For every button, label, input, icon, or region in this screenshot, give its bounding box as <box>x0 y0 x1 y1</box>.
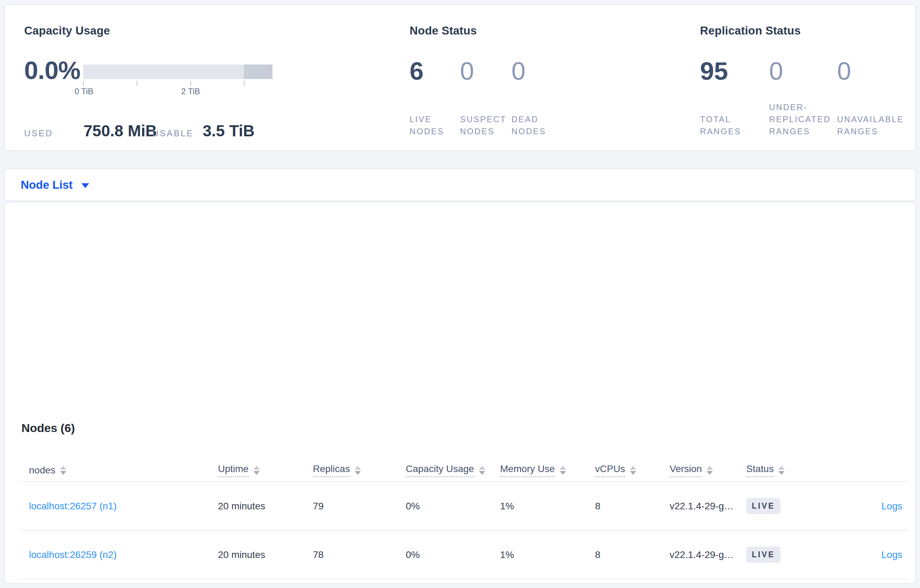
sort-icon <box>560 466 566 475</box>
usable-label: USABLE <box>152 128 203 138</box>
unavailable-ranges-count: 0 <box>837 57 913 85</box>
total-ranges-count: 95 <box>700 57 769 85</box>
status-badge: LIVE <box>746 498 781 514</box>
axis-tick <box>190 81 191 86</box>
under-replicated-ranges-label: UNDER-REPLICATED RANGES <box>769 101 831 137</box>
cluster-summary-card: Capacity Usage Node Status Replication S… <box>4 4 916 151</box>
column-header-label: nodes <box>29 465 55 476</box>
capacity-used-usable-row: USED 750.8 MiB USABLE 3.5 TiB <box>24 121 254 140</box>
cell-uptime: 20 minutes <box>218 549 313 561</box>
column-header-label: Replicas <box>313 464 350 477</box>
cell-memory-use: 1% <box>500 501 595 512</box>
capacity-meter-tail-segment <box>244 65 272 79</box>
sort-icon <box>479 466 485 475</box>
used-label: USED <box>24 128 84 138</box>
cell-version: v22.1.4-29-g… <box>670 549 746 561</box>
axis-tick <box>244 81 245 86</box>
sort-icon <box>60 466 66 475</box>
suspect-nodes-count: 0 <box>460 57 512 85</box>
capacity-used-percent: 0.0% <box>24 57 80 84</box>
replication-status-labels: TOTAL RANGES UNDER-REPLICATED RANGES UNA… <box>700 102 913 137</box>
cell-status: LIVE <box>746 498 835 514</box>
sort-icon <box>355 466 361 475</box>
sort-icon <box>706 466 713 475</box>
column-header-label: Capacity Usage <box>406 464 474 477</box>
cell-logs: Logs <box>835 501 910 512</box>
logs-link[interactable]: Logs <box>881 501 902 511</box>
node-status-title: Node Status <box>410 24 477 37</box>
capacity-meter-chart: 0 TiB 2 TiB <box>83 65 272 102</box>
chevron-down-icon <box>81 183 89 188</box>
table-row: localhost:26257 (n1)20 minutes790%1%8v22… <box>20 482 910 531</box>
cell-vcpus: 8 <box>595 501 670 512</box>
total-ranges-label: TOTAL RANGES <box>700 113 762 137</box>
cell-logs: Logs <box>835 549 910 561</box>
table-row: localhost:26258 (n3)20 minutes790%1%8v22… <box>20 579 910 588</box>
column-header-memory-use[interactable]: Memory Use <box>500 464 595 477</box>
sort-icon <box>630 466 636 475</box>
column-header-capacity-usage[interactable]: Capacity Usage <box>406 464 500 477</box>
column-header-version[interactable]: Version <box>670 464 746 477</box>
node-link[interactable]: localhost:26259 (n2) <box>29 549 117 560</box>
suspect-nodes-label: SUSPECT NODES <box>460 113 501 137</box>
cell-node: localhost:26257 (n1) <box>20 501 218 512</box>
node-status-values: 6 0 0 <box>410 57 567 85</box>
sort-icon <box>778 466 785 475</box>
column-header-status[interactable]: Status <box>746 464 835 477</box>
cell-replicas: 78 <box>313 549 406 561</box>
cell-capacity-usage: 0% <box>406 549 500 561</box>
axis-tick-label: 0 TiB <box>75 87 94 96</box>
dead-nodes-count: 0 <box>512 57 567 85</box>
cell-memory-use: 1% <box>500 549 595 561</box>
unavailable-ranges-label: UNAVAILABLE RANGES <box>837 113 899 137</box>
column-header-label: Version <box>670 464 702 477</box>
sort-icon <box>253 466 260 475</box>
cell-uptime: 20 minutes <box>218 501 313 512</box>
replication-status-values: 95 0 0 <box>700 57 913 85</box>
live-nodes-label: LIVE NODES <box>410 113 451 137</box>
logs-link[interactable]: Logs <box>881 549 902 560</box>
status-badge: LIVE <box>746 547 781 563</box>
cell-node: localhost:26259 (n2) <box>20 549 218 561</box>
dead-nodes-label: DEAD NODES <box>512 113 553 137</box>
replication-status-title: Replication Status <box>700 24 800 37</box>
used-value: 750.8 MiB <box>84 121 152 140</box>
usable-value: 3.5 TiB <box>203 121 254 140</box>
column-header-label: Status <box>746 464 774 477</box>
column-header-vcpus[interactable]: vCPUs <box>595 464 670 477</box>
node-list-dropdown[interactable]: Node List <box>5 169 915 200</box>
under-replicated-ranges-count: 0 <box>769 57 837 85</box>
axis-tick <box>83 81 84 86</box>
cell-version: v22.1.4-29-g… <box>670 501 746 512</box>
table-header-row: nodesUptimeReplicasCapacity UsageMemory … <box>20 459 910 482</box>
column-header-replicas[interactable]: Replicas <box>313 464 406 477</box>
column-header-label: Uptime <box>218 464 249 477</box>
table-body: localhost:26257 (n1)20 minutes790%1%8v22… <box>20 482 910 588</box>
cell-replicas: 79 <box>313 501 406 512</box>
table-row: localhost:26259 (n2)20 minutes780%1%8v22… <box>20 531 910 579</box>
capacity-usage-title: Capacity Usage <box>24 24 110 37</box>
axis-tick <box>137 81 138 86</box>
axis-tick-label: 2 TiB <box>181 87 200 96</box>
node-status-labels: LIVE NODES SUSPECT NODES DEAD NODES <box>410 102 567 137</box>
nodes-table-card: Nodes (6) nodesUptimeReplicasCapacity Us… <box>4 202 916 584</box>
cell-capacity-usage: 0% <box>406 501 500 512</box>
capacity-meter-bar <box>83 65 272 79</box>
column-header-label: Memory Use <box>500 464 555 477</box>
view-selector-card: Node List <box>4 168 916 201</box>
node-link[interactable]: localhost:26257 (n1) <box>29 501 117 511</box>
column-header-uptime[interactable]: Uptime <box>218 464 313 477</box>
column-header-nodes[interactable]: nodes <box>20 465 218 476</box>
live-nodes-count: 6 <box>410 57 460 85</box>
cell-vcpus: 8 <box>595 549 670 561</box>
nodes-table-heading: Nodes (6) <box>21 421 75 435</box>
column-header-label: vCPUs <box>595 464 625 477</box>
cell-status: LIVE <box>746 547 835 563</box>
node-list-dropdown-label: Node List <box>21 178 73 192</box>
